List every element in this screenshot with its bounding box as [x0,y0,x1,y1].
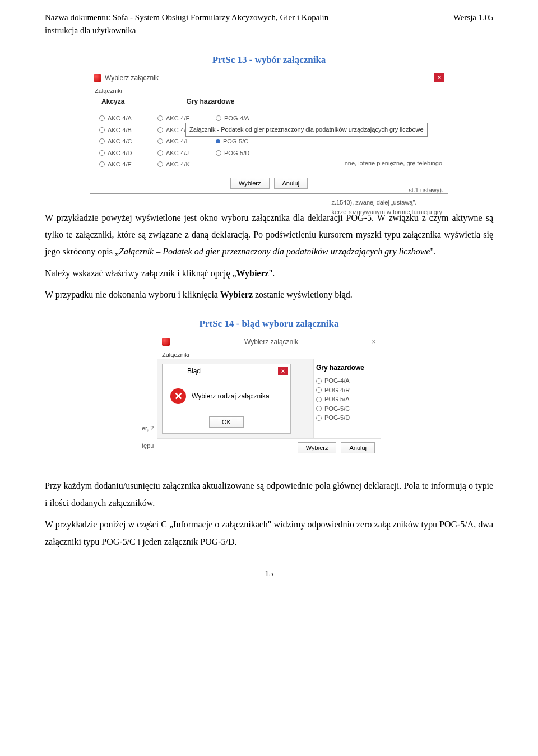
bg-text: st.1 ustawy). [409,185,443,195]
anuluj-button[interactable]: Anuluj [341,442,375,453]
radio-akc4i[interactable]: AKC-4/I [157,137,202,146]
page-header: Nazwa dokumentu: Sofa - System Obsługi F… [45,11,493,36]
wybierz-button[interactable]: Wybierz [298,442,337,453]
right-panel: Gry hazardowe POG-4/A POG-4/R POG-5/A PO… [313,359,381,438]
screenshot-1-wrap: Wybierz załącznik × Załączniki Akcyza Gr… [45,71,493,194]
error-body: ✕ Wybierz rodzaj załącznika [163,378,290,412]
doc-name: Nazwa dokumentu: Sofa - System Obsługi F… [45,11,359,36]
col-header-akcyza: Akcyza [101,96,124,106]
gry-col: POG-4/A x POG-5/C POG-5/D [216,114,261,169]
radio-akc4c[interactable]: AKC-4/C [99,137,144,146]
dialog-wybierz-zalacznik: Wybierz załącznik × Załączniki Akcyza Gr… [90,71,448,194]
body-paragraph-1: W przykładzie powyżej wyświetlone jest o… [45,210,493,261]
radio-akc4a[interactable]: AKC-4/A [99,114,144,123]
tooltip: Załącznik - Podatek od gier przeznaczony… [185,123,428,137]
radio-pog5c[interactable]: POG-5/C [316,404,376,414]
figure-caption-1: PrtSc 13 - wybór załącznika [45,53,493,67]
error-icon: ✕ [170,388,186,404]
body-paragraph-3: W przypadku nie dokonania wyboru i klikn… [45,286,493,303]
radio-pog4r[interactable]: POG-4/R [316,386,376,395]
bg-text: z.1540), zwanej dalej „ustawą". kerze ro… [332,198,442,216]
bg-text: nne, loterie pieniężne, grę telebingo [345,159,442,168]
akcyza-col-2: AKC-4/F AKC-4/H AKC-4/I AKC-4/J AKC-4/K [157,114,202,169]
bg-clip: er, 2 tępu [142,424,154,450]
radio-pog5d[interactable]: POG-5/D [316,413,376,423]
dialog-error: er, 2 tępu Wybierz załącznik × Załącznik… [157,335,381,458]
akcyza-col-1: AKC-4/A AKC-4/B AKC-4/C AKC-4/D AKC-4/E [99,114,144,169]
error-titlebar: Błąd × [163,364,290,378]
dialog-buttons: Wybierz Anuluj [90,174,448,193]
doc-version: Wersja 1.05 [453,11,493,36]
app-icon [162,338,170,346]
radio-pog4a[interactable]: POG-4/A [316,376,376,386]
radio-akc4j[interactable]: AKC-4/J [157,149,202,158]
figure-caption-2: PrtSc 14 - błąd wyboru załącznika [45,317,493,331]
col-header-gry: Gry hazardowe [186,96,234,106]
error-dialog: Błąd × ✕ Wybierz rodzaj załącznika OK [162,364,291,434]
page-number: 15 [45,567,493,580]
radio-pog5c[interactable]: POG-5/C [216,137,261,146]
dialog-title: Wybierz załącznik [105,73,159,83]
col-header-gry: Gry hazardowe [316,363,376,373]
anuluj-button[interactable]: Anuluj [274,178,308,189]
dialog-body: nne, loterie pieniężne, grę telebingo z.… [90,110,448,174]
error-area: Błąd × ✕ Wybierz rodzaj załącznika OK [157,359,313,438]
body-paragraph-5: W przykładzie poniżej w części C „Inform… [45,516,493,550]
error-title: Błąd [165,366,201,376]
dialog-titlebar: Wybierz załącznik × [157,335,381,349]
close-button[interactable]: × [434,73,444,82]
dialog-body: Błąd × ✕ Wybierz rodzaj załącznika OK Gr… [157,359,381,438]
radio-akc4f[interactable]: AKC-4/F [157,114,202,123]
column-headers: Akcyza Gry hazardowe [90,95,448,110]
close-button[interactable]: × [369,338,378,346]
radio-akc4b[interactable]: AKC-4/B [99,126,144,135]
fieldset-label: Załączniki [157,349,381,360]
radio-pog5a[interactable]: POG-5/A [316,395,376,404]
radio-akc4k[interactable]: AKC-4/K [157,160,202,169]
error-buttons: OK [163,412,290,433]
dialog-buttons: Wybierz Anuluj [157,438,381,457]
fieldset-label: Załączniki [90,85,448,96]
header-rule [45,39,493,39]
radio-akc4e[interactable]: AKC-4/E [99,160,144,169]
wybierz-button[interactable]: Wybierz [230,178,270,189]
dialog-titlebar: Wybierz załącznik × [90,71,448,85]
radio-pog4a[interactable]: POG-4/A [216,114,261,123]
error-message: Wybierz rodzaj załącznika [192,391,270,401]
radio-pog5d[interactable]: POG-5/D [216,149,261,158]
body-paragraph-4: Przy każdym dodaniu/usunięciu załącznika… [45,477,493,512]
app-icon [94,74,101,82]
dialog-title: Wybierz załącznik [173,337,369,347]
screenshot-2-wrap: er, 2 tępu Wybierz załącznik × Załącznik… [45,335,493,458]
radio-akc4d[interactable]: AKC-4/D [99,149,144,158]
error-close-button[interactable]: × [278,367,288,375]
ok-button[interactable]: OK [209,416,244,428]
body-paragraph-2: Należy wskazać właściwy załącznik i klik… [45,265,493,282]
